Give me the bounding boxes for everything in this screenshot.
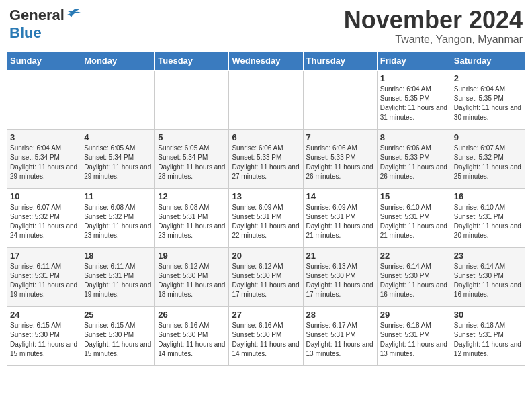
calendar-week-1: 1Sunrise: 6:04 AM Sunset: 5:35 PM Daylig… xyxy=(7,70,525,129)
title-area: November 2024 Twante, Yangon, Myanmar xyxy=(344,7,523,46)
calendar-cell: 26Sunrise: 6:16 AM Sunset: 5:30 PM Dayli… xyxy=(155,306,229,365)
day-info: Sunrise: 6:18 AM Sunset: 5:31 PM Dayligh… xyxy=(380,321,448,359)
calendar-cell: 9Sunrise: 6:07 AM Sunset: 5:32 PM Daylig… xyxy=(451,129,525,188)
location-title: Twante, Yangon, Myanmar xyxy=(344,34,523,46)
weekday-header-row: SundayMondayTuesdayWednesdayThursdayFrid… xyxy=(7,51,525,70)
calendar-cell: 28Sunrise: 6:17 AM Sunset: 5:31 PM Dayli… xyxy=(303,306,377,365)
day-info: Sunrise: 6:15 AM Sunset: 5:30 PM Dayligh… xyxy=(84,321,152,359)
day-number: 20 xyxy=(232,250,300,261)
weekday-header-sunday: Sunday xyxy=(7,51,81,70)
calendar-body: 1Sunrise: 6:04 AM Sunset: 5:35 PM Daylig… xyxy=(7,70,525,365)
calendar-cell: 20Sunrise: 6:12 AM Sunset: 5:30 PM Dayli… xyxy=(229,247,303,306)
weekday-header-friday: Friday xyxy=(377,51,451,70)
day-info: Sunrise: 6:04 AM Sunset: 5:34 PM Dayligh… xyxy=(10,144,78,181)
day-number: 29 xyxy=(380,310,448,320)
day-number: 16 xyxy=(454,191,522,201)
calendar-cell xyxy=(229,70,303,129)
calendar-cell: 30Sunrise: 6:18 AM Sunset: 5:31 PM Dayli… xyxy=(451,306,525,365)
weekday-header-thursday: Thursday xyxy=(303,51,377,70)
calendar-week-5: 24Sunrise: 6:15 AM Sunset: 5:30 PM Dayli… xyxy=(7,306,525,365)
day-number: 18 xyxy=(84,250,152,261)
day-number: 7 xyxy=(306,132,374,142)
day-number: 11 xyxy=(84,191,152,201)
day-info: Sunrise: 6:07 AM Sunset: 5:32 PM Dayligh… xyxy=(10,203,78,240)
day-number: 3 xyxy=(10,132,78,142)
calendar-cell xyxy=(81,70,155,129)
calendar-cell: 25Sunrise: 6:15 AM Sunset: 5:30 PM Dayli… xyxy=(81,306,155,365)
calendar-cell: 8Sunrise: 6:06 AM Sunset: 5:33 PM Daylig… xyxy=(377,129,451,188)
calendar-cell: 1Sunrise: 6:04 AM Sunset: 5:35 PM Daylig… xyxy=(377,70,451,129)
day-info: Sunrise: 6:17 AM Sunset: 5:31 PM Dayligh… xyxy=(306,321,374,359)
day-number: 27 xyxy=(232,310,300,320)
calendar-cell: 4Sunrise: 6:05 AM Sunset: 5:34 PM Daylig… xyxy=(81,129,155,188)
calendar-cell: 2Sunrise: 6:04 AM Sunset: 5:35 PM Daylig… xyxy=(451,70,525,129)
calendar-table: SundayMondayTuesdayWednesdayThursdayFrid… xyxy=(7,51,525,366)
calendar-cell: 27Sunrise: 6:16 AM Sunset: 5:30 PM Dayli… xyxy=(229,306,303,365)
day-info: Sunrise: 6:18 AM Sunset: 5:31 PM Dayligh… xyxy=(454,321,522,359)
calendar-cell: 5Sunrise: 6:05 AM Sunset: 5:34 PM Daylig… xyxy=(155,129,229,188)
day-number: 14 xyxy=(306,191,374,201)
day-number: 5 xyxy=(158,132,226,142)
day-info: Sunrise: 6:12 AM Sunset: 5:30 PM Dayligh… xyxy=(158,262,226,300)
day-number: 28 xyxy=(306,310,374,320)
calendar-cell: 14Sunrise: 6:09 AM Sunset: 5:31 PM Dayli… xyxy=(303,188,377,247)
day-info: Sunrise: 6:09 AM Sunset: 5:31 PM Dayligh… xyxy=(232,203,300,240)
weekday-header-monday: Monday xyxy=(81,51,155,70)
day-info: Sunrise: 6:09 AM Sunset: 5:31 PM Dayligh… xyxy=(306,203,374,240)
day-info: Sunrise: 6:07 AM Sunset: 5:32 PM Dayligh… xyxy=(454,144,522,181)
calendar-cell: 7Sunrise: 6:06 AM Sunset: 5:33 PM Daylig… xyxy=(303,129,377,188)
day-info: Sunrise: 6:06 AM Sunset: 5:33 PM Dayligh… xyxy=(306,144,374,181)
weekday-header-wednesday: Wednesday xyxy=(229,51,303,70)
day-info: Sunrise: 6:16 AM Sunset: 5:30 PM Dayligh… xyxy=(158,321,226,359)
calendar-cell: 16Sunrise: 6:10 AM Sunset: 5:31 PM Dayli… xyxy=(451,188,525,247)
day-info: Sunrise: 6:15 AM Sunset: 5:30 PM Dayligh… xyxy=(10,321,78,359)
weekday-header-saturday: Saturday xyxy=(451,51,525,70)
day-info: Sunrise: 6:10 AM Sunset: 5:31 PM Dayligh… xyxy=(380,203,448,240)
day-number: 13 xyxy=(232,191,300,201)
day-info: Sunrise: 6:14 AM Sunset: 5:30 PM Dayligh… xyxy=(454,262,522,300)
day-number: 26 xyxy=(158,310,226,320)
day-info: Sunrise: 6:05 AM Sunset: 5:34 PM Dayligh… xyxy=(84,144,152,181)
day-info: Sunrise: 6:05 AM Sunset: 5:34 PM Dayligh… xyxy=(158,144,226,181)
day-info: Sunrise: 6:04 AM Sunset: 5:35 PM Dayligh… xyxy=(454,85,522,122)
calendar-header: SundayMondayTuesdayWednesdayThursdayFrid… xyxy=(7,51,525,70)
day-number: 6 xyxy=(232,132,300,142)
day-number: 8 xyxy=(380,132,448,142)
day-number: 23 xyxy=(454,250,522,261)
calendar-cell xyxy=(155,70,229,129)
calendar-cell: 24Sunrise: 6:15 AM Sunset: 5:30 PM Dayli… xyxy=(7,306,81,365)
logo: General Blue xyxy=(9,7,81,42)
calendar-cell: 21Sunrise: 6:13 AM Sunset: 5:30 PM Dayli… xyxy=(303,247,377,306)
day-number: 1 xyxy=(380,73,448,83)
calendar-week-4: 17Sunrise: 6:11 AM Sunset: 5:31 PM Dayli… xyxy=(7,247,525,306)
calendar-cell: 10Sunrise: 6:07 AM Sunset: 5:32 PM Dayli… xyxy=(7,188,81,247)
calendar-cell: 12Sunrise: 6:08 AM Sunset: 5:31 PM Dayli… xyxy=(155,188,229,247)
calendar-cell: 29Sunrise: 6:18 AM Sunset: 5:31 PM Dayli… xyxy=(377,306,451,365)
logo-bird-icon xyxy=(66,8,81,20)
calendar-week-3: 10Sunrise: 6:07 AM Sunset: 5:32 PM Dayli… xyxy=(7,188,525,247)
calendar-week-2: 3Sunrise: 6:04 AM Sunset: 5:34 PM Daylig… xyxy=(7,129,525,188)
calendar-cell: 23Sunrise: 6:14 AM Sunset: 5:30 PM Dayli… xyxy=(451,247,525,306)
calendar-cell: 15Sunrise: 6:10 AM Sunset: 5:31 PM Dayli… xyxy=(377,188,451,247)
day-info: Sunrise: 6:13 AM Sunset: 5:30 PM Dayligh… xyxy=(306,262,374,300)
day-number: 30 xyxy=(454,310,522,320)
calendar-cell: 22Sunrise: 6:14 AM Sunset: 5:30 PM Dayli… xyxy=(377,247,451,306)
calendar-cell: 11Sunrise: 6:08 AM Sunset: 5:32 PM Dayli… xyxy=(81,188,155,247)
month-title: November 2024 xyxy=(344,7,523,34)
calendar-cell xyxy=(7,70,81,129)
calendar-cell: 13Sunrise: 6:09 AM Sunset: 5:31 PM Dayli… xyxy=(229,188,303,247)
calendar-cell: 18Sunrise: 6:11 AM Sunset: 5:31 PM Dayli… xyxy=(81,247,155,306)
day-number: 2 xyxy=(454,73,522,83)
calendar-cell: 19Sunrise: 6:12 AM Sunset: 5:30 PM Dayli… xyxy=(155,247,229,306)
calendar-cell xyxy=(303,70,377,129)
day-number: 17 xyxy=(10,250,78,261)
day-number: 22 xyxy=(380,250,448,261)
day-info: Sunrise: 6:04 AM Sunset: 5:35 PM Dayligh… xyxy=(380,85,448,122)
day-number: 19 xyxy=(158,250,226,261)
day-info: Sunrise: 6:08 AM Sunset: 5:31 PM Dayligh… xyxy=(158,203,226,240)
day-number: 9 xyxy=(454,132,522,142)
day-info: Sunrise: 6:14 AM Sunset: 5:30 PM Dayligh… xyxy=(380,262,448,300)
day-number: 21 xyxy=(306,250,374,261)
day-number: 4 xyxy=(84,132,152,142)
day-info: Sunrise: 6:16 AM Sunset: 5:30 PM Dayligh… xyxy=(232,321,300,359)
